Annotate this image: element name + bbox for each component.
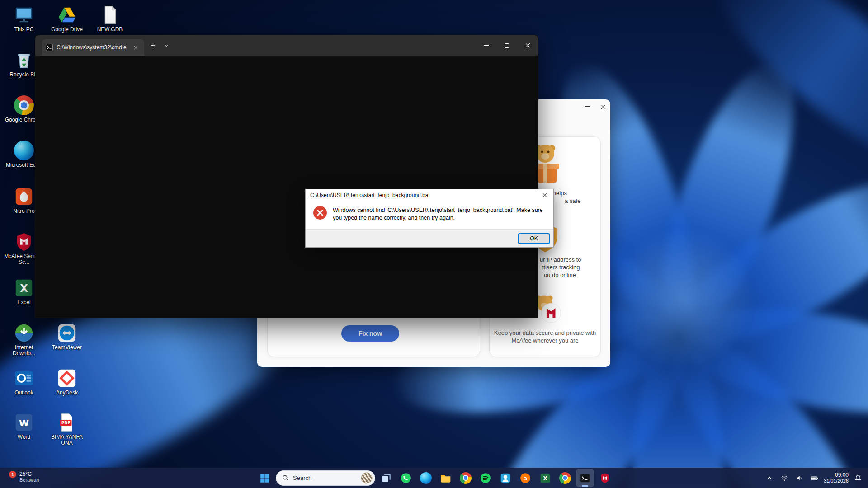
teamviewer-icon: [57, 323, 77, 343]
idm-icon: [14, 323, 34, 343]
mcafee-text-fragment: ur IP address to: [540, 256, 581, 263]
google-drive-icon: [57, 5, 77, 25]
search-label: Search: [293, 474, 311, 481]
desktop-icon-outlook[interactable]: Outlook: [4, 368, 44, 410]
desktop-icon-label: Word: [4, 434, 44, 440]
system-tray: 09:00 31/01/2026: [764, 468, 863, 488]
spotify-button[interactable]: [476, 469, 495, 487]
new-tab-icon[interactable]: [148, 41, 158, 51]
svg-text:X: X: [20, 282, 28, 294]
outlook-icon: [14, 368, 34, 389]
search-icon: [282, 474, 289, 482]
wallpaper-glow: [610, 226, 755, 371]
battery-icon[interactable]: [809, 473, 820, 483]
weather-temperature: 25°C: [19, 471, 39, 477]
svg-text:W: W: [19, 418, 29, 428]
desktop-icon-idm[interactable]: Internet Downlo...: [4, 323, 44, 365]
desktop-icon-bima-pdf[interactable]: PDF BIMA YANFA UNA: [47, 412, 87, 455]
desktop-icon-label: AnyDesk: [47, 390, 87, 396]
minimize-icon[interactable]: [476, 35, 496, 56]
weather-widget[interactable]: 1 25°C Berawan: [6, 470, 42, 484]
mcafee-text-fragment: a safe: [565, 197, 580, 204]
whatsapp-button[interactable]: [397, 469, 415, 487]
avast-icon: a: [519, 472, 531, 484]
desktop-icon-word[interactable]: W Word: [4, 412, 44, 455]
maximize-icon[interactable]: [496, 35, 517, 56]
terminal-titlebar[interactable]: C:\Windows\system32\cmd.e: [35, 35, 538, 56]
avast-button[interactable]: a: [516, 469, 534, 487]
mcafee-window-controls: [583, 102, 608, 111]
excel-button[interactable]: X: [536, 469, 554, 487]
volume-icon[interactable]: [794, 473, 805, 483]
terminal-button[interactable]: [576, 469, 594, 487]
excel-icon: X: [539, 472, 551, 484]
terminal-tab[interactable]: C:\Windows\system32\cmd.e: [42, 39, 144, 56]
terminal-window: C:\Windows\system32\cmd.e: [35, 35, 538, 318]
mcafee-card-text: Keep your data secure and private with M…: [494, 329, 596, 344]
chevron-down-icon[interactable]: [161, 41, 171, 51]
task-view-button[interactable]: [377, 469, 395, 487]
this-pc-icon: [14, 5, 34, 25]
ok-button[interactable]: OK: [518, 233, 550, 244]
anydesk-icon: [57, 368, 77, 389]
desktop-icon-label: Outlook: [4, 390, 44, 396]
notification-bell-icon[interactable]: [853, 473, 863, 483]
taskbar: 1 25°C Berawan Search: [0, 468, 868, 488]
svg-text:X: X: [543, 475, 547, 481]
person-app-icon: [500, 472, 511, 484]
svg-text:a: a: [524, 474, 528, 481]
mcafee-button[interactable]: [596, 469, 614, 487]
recycle-bin-icon: [14, 50, 34, 70]
svg-text:PDF: PDF: [61, 421, 70, 425]
clock-date: 31/01/2026: [824, 478, 849, 484]
excel-icon: X: [14, 277, 34, 298]
edge-icon: [14, 140, 34, 161]
spotify-icon: [480, 472, 491, 484]
pdf-icon: PDF: [57, 412, 77, 433]
close-icon[interactable]: [538, 191, 551, 200]
terminal-icon: [579, 472, 591, 484]
chrome-button[interactable]: [457, 469, 475, 487]
desktop-icon-label: This PC: [4, 27, 44, 33]
file-explorer-button[interactable]: [437, 469, 455, 487]
browser-icon: [559, 472, 571, 484]
edge-icon: [420, 472, 432, 484]
notification-badge: 1: [9, 471, 16, 478]
close-icon[interactable]: [598, 102, 608, 111]
nitro-pro-icon: [14, 186, 34, 207]
desktop-icon-teamviewer[interactable]: TeamViewer: [47, 323, 87, 365]
desktop-icon-label: Internet Downlo...: [4, 345, 44, 357]
close-icon[interactable]: [517, 35, 538, 56]
error-dialog-titlebar[interactable]: C:\Users\USER\.tenjo\start_tenjo_backgro…: [306, 189, 553, 201]
error-dialog-footer: OK: [306, 229, 553, 247]
error-dialog-body: Windows cannot find 'C:\Users\USER\.tenj…: [306, 201, 553, 222]
edge-button[interactable]: [417, 469, 435, 487]
search-box[interactable]: Search: [276, 470, 375, 486]
error-message: Windows cannot find 'C:\Users\USER\.tenj…: [333, 206, 546, 222]
contacts-app-button[interactable]: [496, 469, 514, 487]
weather-condition: Berawan: [19, 477, 39, 483]
minimize-icon[interactable]: [583, 102, 593, 111]
start-button[interactable]: [256, 469, 274, 487]
mcafee-shield-icon: [599, 472, 611, 484]
tab-close-icon[interactable]: [131, 42, 141, 52]
fix-now-button[interactable]: Fix now: [341, 325, 399, 342]
word-icon: W: [14, 412, 34, 433]
browser-button[interactable]: [556, 469, 574, 487]
desktop-icon-label: NEW.GDB: [90, 27, 130, 33]
mcafee-text-fragment: rtisers tracking: [542, 264, 580, 271]
terminal-output-area[interactable]: [35, 56, 538, 318]
cmd-icon: [46, 44, 53, 51]
mcafee-text-fragment: ou do online: [544, 272, 576, 278]
chrome-icon: [14, 95, 34, 116]
taskbar-center: Search: [256, 468, 614, 488]
desktop-icon-anydesk[interactable]: AnyDesk: [47, 368, 87, 410]
taskbar-clock[interactable]: 09:00 31/01/2026: [824, 472, 849, 484]
windows-logo-icon: [259, 472, 271, 484]
error-dialog-title: C:\Users\USER\.tenjo\start_tenjo_backgro…: [310, 192, 430, 198]
desktop-icon-label: TeamViewer: [47, 345, 87, 351]
chrome-icon: [460, 472, 472, 484]
tray-chevron-up-icon[interactable]: [764, 473, 775, 483]
desktop-icon-label: BIMA YANFA UNA: [47, 434, 87, 446]
wifi-icon[interactable]: [779, 473, 790, 483]
